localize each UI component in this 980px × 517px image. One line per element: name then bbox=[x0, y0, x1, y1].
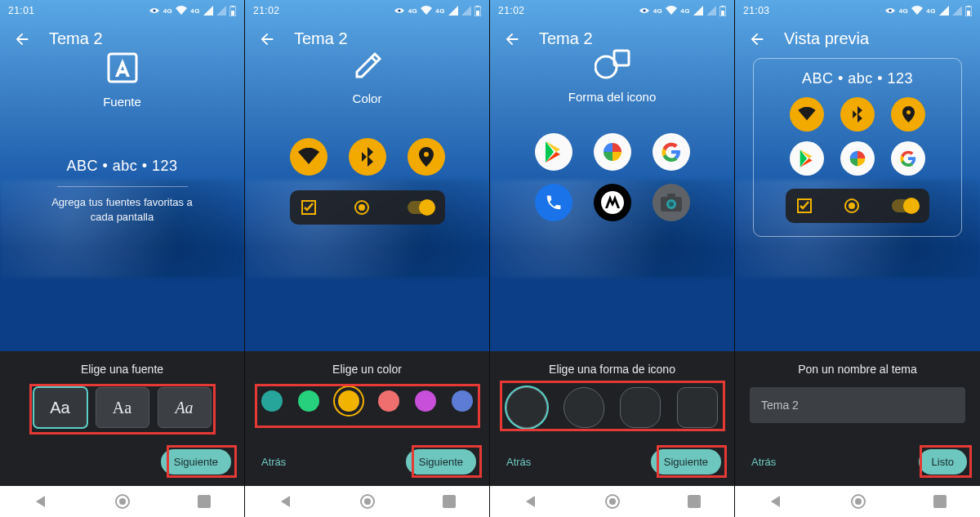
svg-rect-2 bbox=[231, 11, 234, 16]
android-nav-bar bbox=[735, 486, 980, 517]
font-option-1[interactable]: Aa bbox=[33, 387, 87, 428]
nav-home-icon[interactable] bbox=[359, 493, 376, 510]
back-icon[interactable] bbox=[503, 30, 521, 48]
status-bar: 21:01 4G 4G bbox=[0, 0, 244, 21]
bluetooth-preview-icon bbox=[349, 138, 386, 176]
screen-preview: 21:03 4G 4G Vista previa ABC • abc • 123 bbox=[735, 0, 980, 517]
svg-rect-18 bbox=[722, 6, 724, 7]
svg-point-0 bbox=[153, 9, 155, 11]
volte-icon bbox=[394, 7, 405, 15]
svg-point-8 bbox=[398, 9, 400, 11]
battery-icon bbox=[229, 6, 236, 16]
svg-rect-35 bbox=[933, 495, 947, 508]
screen-icon-shape: 21:02 4G 4G Tema 2 Forma del icono bbox=[490, 0, 735, 517]
shape-rounded-square[interactable] bbox=[677, 387, 718, 428]
nav-recent-icon[interactable] bbox=[443, 495, 456, 508]
svg-rect-11 bbox=[477, 6, 479, 7]
controls-preview bbox=[290, 190, 445, 225]
theme-name-input[interactable] bbox=[750, 387, 965, 423]
google-icon bbox=[653, 133, 690, 171]
wifi-icon bbox=[421, 6, 432, 16]
status-time: 21:01 bbox=[8, 5, 35, 16]
font-option-2[interactable]: Aa bbox=[96, 387, 149, 428]
panel-heading: Elige una forma de icono bbox=[505, 363, 719, 376]
svg-point-29 bbox=[889, 9, 891, 11]
google-icon bbox=[891, 141, 925, 176]
play-store-icon bbox=[535, 133, 572, 171]
page-title: Tema 2 bbox=[294, 29, 348, 48]
back-button[interactable]: Atrás bbox=[258, 449, 289, 475]
nav-home-icon[interactable] bbox=[604, 493, 621, 510]
panel-heading: Elige un color bbox=[260, 363, 474, 376]
back-icon[interactable] bbox=[748, 30, 766, 48]
svg-rect-28 bbox=[688, 495, 701, 508]
toggle-preview-icon bbox=[408, 201, 434, 214]
nav-back-icon[interactable] bbox=[278, 494, 293, 509]
svg-point-25 bbox=[669, 202, 674, 207]
status-bar: 21:03 4G 4G bbox=[735, 0, 980, 21]
phone-icon bbox=[535, 184, 572, 221]
checkbox-preview-icon bbox=[797, 198, 812, 213]
shape-hero-icon bbox=[595, 49, 630, 82]
wifi-icon bbox=[176, 6, 187, 16]
location-preview-icon bbox=[891, 97, 925, 131]
bluetooth-preview-icon bbox=[840, 97, 875, 131]
signal-icon bbox=[448, 6, 458, 16]
radio-preview-icon bbox=[844, 198, 859, 213]
next-button[interactable]: Siguiente bbox=[651, 449, 721, 475]
svg-rect-3 bbox=[232, 6, 234, 7]
network-label: 4G bbox=[163, 7, 173, 15]
nav-home-icon[interactable] bbox=[114, 493, 131, 510]
color-swatch-5[interactable] bbox=[415, 390, 436, 412]
shape-squircle[interactable] bbox=[620, 387, 661, 428]
hero-label: Forma del icono bbox=[490, 90, 734, 104]
nav-recent-icon[interactable] bbox=[688, 495, 701, 508]
color-swatch-3[interactable] bbox=[335, 387, 363, 415]
shape-teardrop[interactable] bbox=[564, 387, 604, 428]
svg-rect-4 bbox=[109, 54, 136, 82]
hero-label: Fuente bbox=[0, 95, 244, 109]
screen-color: 21:02 4G 4G Tema 2 Color bbox=[245, 0, 490, 517]
battery-icon bbox=[474, 6, 481, 16]
color-swatch-4[interactable] bbox=[378, 390, 399, 412]
done-button[interactable]: Listo bbox=[919, 449, 967, 475]
motorola-icon bbox=[594, 184, 631, 221]
nav-home-icon[interactable] bbox=[850, 493, 866, 510]
volte-icon bbox=[149, 7, 160, 15]
svg-rect-17 bbox=[721, 11, 724, 16]
svg-point-27 bbox=[609, 498, 616, 505]
shape-circle[interactable] bbox=[506, 387, 547, 428]
color-swatch-2[interactable] bbox=[298, 390, 319, 412]
radio-preview-icon bbox=[354, 200, 369, 215]
camera-icon bbox=[653, 184, 690, 221]
panel-heading: Elige una fuente bbox=[15, 363, 229, 376]
status-time: 21:03 bbox=[743, 5, 770, 16]
status-bar: 21:02 4G 4G bbox=[490, 0, 734, 21]
svg-rect-31 bbox=[967, 11, 970, 16]
network-label-secondary: 4G bbox=[190, 7, 200, 15]
page-title: Tema 2 bbox=[49, 29, 103, 48]
nav-back-icon[interactable] bbox=[523, 494, 538, 509]
back-icon[interactable] bbox=[258, 30, 276, 48]
font-hero-icon bbox=[104, 49, 141, 87]
nav-recent-icon[interactable] bbox=[198, 495, 211, 508]
back-icon[interactable] bbox=[13, 30, 31, 48]
nav-back-icon[interactable] bbox=[33, 494, 48, 509]
nav-recent-icon[interactable] bbox=[933, 495, 947, 508]
color-swatch-1[interactable] bbox=[261, 390, 283, 412]
svg-rect-32 bbox=[968, 6, 970, 7]
color-swatch-6[interactable] bbox=[452, 390, 473, 412]
eyedropper-icon bbox=[350, 49, 385, 83]
signal-icon bbox=[203, 6, 213, 16]
back-button[interactable]: Atrás bbox=[748, 449, 779, 475]
back-button[interactable]: Atrás bbox=[503, 449, 534, 475]
android-nav-bar bbox=[245, 486, 489, 517]
hero-label: Color bbox=[245, 91, 489, 105]
font-option-3[interactable]: Aa bbox=[158, 387, 212, 428]
toggle-preview-icon bbox=[892, 199, 918, 212]
next-button[interactable]: Siguiente bbox=[161, 449, 231, 475]
signal-icon-secondary bbox=[216, 6, 226, 16]
next-button[interactable]: Siguiente bbox=[406, 449, 476, 475]
page-title: Vista previa bbox=[784, 29, 869, 48]
nav-back-icon[interactable] bbox=[768, 494, 783, 509]
